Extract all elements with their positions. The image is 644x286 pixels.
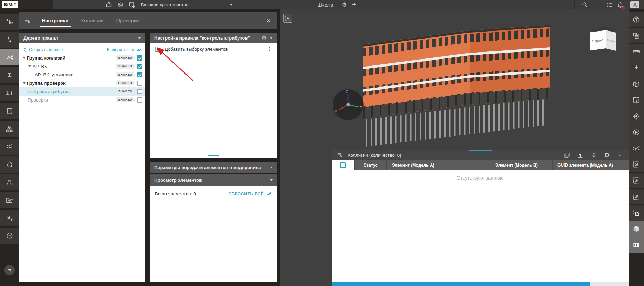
settings-icon[interactable]: ⚙ [342, 2, 347, 8]
rail-item-sum-add-icon[interactable]: Σ+ [0, 85, 19, 101]
app-root: BiMiT Базовое пространство Школа. ⚙ [0, 0, 644, 286]
tree-checkbox[interactable] [137, 72, 142, 77]
tree-item-group-checks[interactable]: Группа проверок SHARED [19, 79, 145, 87]
rail-item-user-location-icon[interactable] [0, 210, 19, 226]
account-icon[interactable] [630, 1, 639, 8]
tree-item-ar-vk-clarify[interactable]: АР_ВК_уточнение SHARED [19, 70, 145, 79]
rail-item-measure-icon[interactable] [629, 44, 644, 60]
rail-item-clash-rules-icon[interactable] [0, 49, 19, 65]
collisions-resize-handle[interactable] [469, 150, 492, 151]
fit-rows-icon[interactable] [589, 151, 598, 159]
horizontal-scrollbar [332, 282, 629, 286]
empty-data-message: Отсутствуют данные [332, 175, 629, 181]
project-title-wrap: Школа. ⚙ [317, 0, 358, 9]
rail-item-clear-selection-icon[interactable] [629, 205, 644, 221]
rail-item-floor-plan-icon[interactable] [629, 92, 644, 108]
rail-item-flag-icon[interactable] [629, 124, 644, 140]
add-selection-button[interactable] [154, 46, 161, 53]
expand-caret-icon[interactable] [21, 57, 27, 59]
rail-item-show-eye-icon[interactable] [629, 173, 644, 188]
rail-item-structure-icon[interactable] [0, 121, 19, 137]
app-logo[interactable]: BiMiT [2, 1, 18, 8]
notifications-icon[interactable] [616, 1, 624, 9]
rule-gear-icon[interactable]: ⚙ [262, 35, 266, 41]
rail-item-solid-cube-icon[interactable] [629, 221, 644, 237]
rule-settings-header[interactable]: Настройка правила "контроль атрибутов" ⚙ [150, 33, 277, 43]
axis-y-label: Y [360, 106, 362, 110]
tree-checkbox[interactable] [137, 89, 142, 94]
collapse-chevron-icon[interactable] [616, 151, 624, 159]
tree-item-checks[interactable]: Проверки SHARED [19, 96, 145, 104]
rail-item-sheets-2d-icon[interactable]: 2D [0, 103, 19, 119]
rail-item-plugins-icon[interactable] [0, 156, 19, 173]
tree-checkbox[interactable] [137, 55, 142, 61]
tree-item-attribute-control[interactable]: контроль атрибутов SHARED [19, 87, 145, 96]
rail-item-model-tree-icon[interactable] [0, 14, 19, 30]
kebab-menu-icon[interactable] [266, 46, 273, 52]
rail-item-hide-eye-icon[interactable] [629, 189, 644, 204]
expand-caret-icon[interactable] [21, 82, 27, 84]
preview-elements-header[interactable]: Просмотр элементов [150, 174, 277, 186]
rail-item-user-check-icon[interactable] [0, 174, 19, 190]
rail-item-locate-icon[interactable] [629, 108, 644, 124]
tab-collisions[interactable]: Коллизии [75, 12, 110, 29]
shield-clock-icon[interactable] [128, 1, 136, 9]
select-all-link[interactable]: Выделить всё [107, 47, 142, 52]
view-cube[interactable]: Справа Сзади [589, 27, 617, 50]
tab-settings[interactable]: Настройки [35, 12, 75, 29]
share-icon[interactable] [350, 1, 358, 9]
rail-item-charts-icon[interactable] [0, 139, 19, 155]
column-status[interactable]: Статус [354, 160, 386, 170]
transfer-params-header[interactable]: Параметры передачи элементов в подправил… [150, 162, 277, 173]
collisions-table-header: Статус Элемент (Модель A) Элемент (Модел… [332, 160, 629, 170]
rail-item-sum-icon[interactable]: Σ [0, 67, 19, 83]
view-cube-front-face[interactable]: Справа [590, 30, 606, 50]
reset-all-link[interactable]: СБРОСИТЬ ВСЁ [228, 191, 272, 196]
copy-rows-icon[interactable] [563, 151, 571, 159]
tree-checkbox[interactable] [137, 97, 142, 103]
rail-item-select-elements-icon[interactable] [629, 28, 644, 43]
close-icon[interactable] [264, 16, 273, 25]
rail-item-folder-export-icon[interactable] [0, 192, 19, 208]
collapse-tree-link[interactable]: Свернуть дерево [23, 47, 63, 52]
help-button[interactable]: ? [4, 265, 15, 275]
briefcase-icon[interactable] [104, 1, 113, 9]
expand-caret-icon[interactable] [27, 65, 33, 67]
menu-list-icon[interactable] [606, 1, 614, 9]
row-height-icon[interactable] [576, 151, 584, 159]
column-element-a[interactable]: Элемент (Модель A) [386, 160, 490, 170]
tree-checkbox[interactable] [137, 81, 142, 86]
right-toolbar: 12 [629, 9, 644, 286]
rail-item-box-3d-icon[interactable] [629, 76, 644, 92]
collisions-collapse-icon[interactable] [336, 151, 344, 159]
column-guid-a[interactable]: GUID элемента (Модель A) [552, 160, 629, 170]
rail-item-project-tree-icon[interactable] [629, 12, 644, 27]
section-label-2: 2 [637, 145, 638, 147]
table-settings-icon[interactable]: ⚙ [603, 151, 611, 159]
rail-item-dashboard-icon[interactable] [0, 228, 19, 244]
panel-collapse-icon[interactable] [23, 16, 32, 25]
shared-badge: SHARED [116, 64, 135, 69]
axis-gizmo[interactable]: Z Y X [332, 89, 364, 121]
rail-item-orbit-icon[interactable] [629, 237, 644, 253]
panel-resize-handle[interactable] [208, 155, 219, 156]
scrollbar-thumb[interactable] [332, 282, 590, 286]
select-all-checkbox[interactable] [340, 162, 346, 168]
svg-text:2D: 2D [8, 109, 12, 112]
rail-item-sections-icon[interactable]: 12 [629, 140, 644, 156]
region-capture-button[interactable] [283, 14, 292, 23]
rules-tree-header[interactable]: Дерево правил [19, 33, 145, 43]
search-icon[interactable] [580, 1, 589, 9]
team-icon[interactable] [116, 1, 125, 9]
rail-item-relations-icon[interactable] [0, 32, 19, 48]
column-element-b[interactable]: Элемент (Модель B) [490, 160, 552, 170]
add-selection-label[interactable]: Добавить выборку элементов [165, 47, 228, 52]
rail-item-isolate-cube-icon[interactable] [629, 156, 644, 172]
workspace-selector[interactable]: Базовое пространство [141, 0, 233, 9]
tree-checkbox[interactable] [137, 64, 142, 69]
view-cube-side-face[interactable]: Сзади [606, 30, 616, 51]
rail-item-clash-icon[interactable] [629, 60, 644, 76]
tree-item-group-collisions[interactable]: Группа коллизий SHARED [19, 54, 145, 62]
tab-checks[interactable]: Проверки [110, 12, 145, 29]
tree-item-ar-vk[interactable]: АР_ВК SHARED [19, 62, 145, 70]
